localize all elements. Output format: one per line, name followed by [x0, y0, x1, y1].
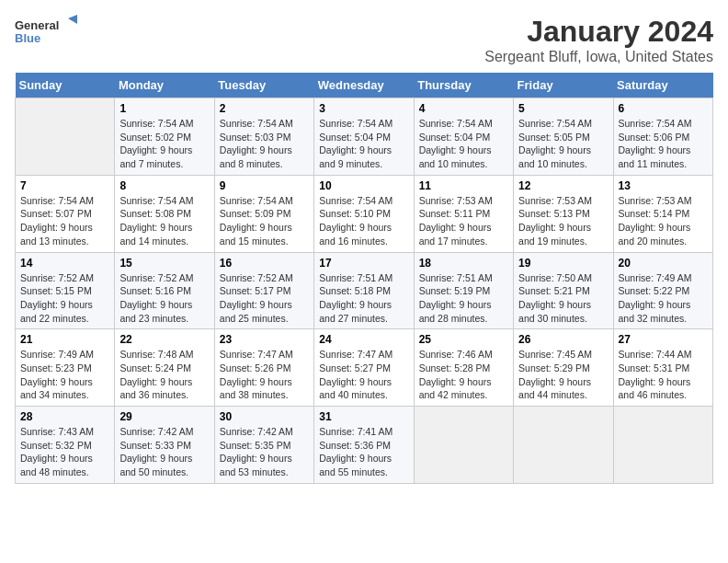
calendar-cell: 26 Sunrise: 7:45 AM Sunset: 5:29 PM Dayl… — [514, 329, 613, 407]
sunrise-text: Sunrise: 7:46 AM — [419, 349, 493, 360]
day-number: 8 — [119, 179, 209, 192]
sunset-text: Sunset: 5:17 PM — [220, 285, 291, 296]
calendar-cell: 15 Sunrise: 7:52 AM Sunset: 5:16 PM Dayl… — [115, 252, 214, 329]
daylight-text: Daylight: 9 hours and 40 minutes. — [319, 376, 392, 401]
daylight-text: Daylight: 9 hours and 48 minutes. — [20, 453, 93, 477]
day-info: Sunrise: 7:54 AM Sunset: 5:02 PM Dayligh… — [119, 117, 209, 171]
sunset-text: Sunset: 5:26 PM — [220, 362, 291, 373]
day-number: 21 — [20, 333, 109, 346]
sunrise-text: Sunrise: 7:52 AM — [119, 272, 193, 283]
daylight-text: Daylight: 9 hours and 44 minutes. — [518, 376, 591, 401]
sunset-text: Sunset: 5:21 PM — [518, 285, 590, 296]
daylight-text: Daylight: 9 hours and 42 minutes. — [419, 376, 492, 401]
daylight-text: Daylight: 9 hours and 10 minutes. — [518, 144, 591, 169]
weekday-header: Thursday — [414, 73, 513, 98]
calendar-cell: 6 Sunrise: 7:54 AM Sunset: 5:06 PM Dayli… — [613, 98, 712, 176]
day-number: 9 — [220, 179, 309, 192]
daylight-text: Daylight: 9 hours and 7 minutes. — [119, 144, 192, 169]
day-info: Sunrise: 7:45 AM Sunset: 5:29 PM Dayligh… — [518, 348, 608, 402]
sunrise-text: Sunrise: 7:54 AM — [220, 195, 293, 206]
sunrise-text: Sunrise: 7:42 AM — [119, 426, 193, 437]
sunrise-text: Sunrise: 7:53 AM — [419, 195, 493, 206]
day-number: 14 — [20, 257, 109, 270]
logo-svg: General Blue — [15, 15, 79, 52]
day-number: 4 — [419, 102, 508, 115]
sunset-text: Sunset: 5:22 PM — [619, 285, 690, 296]
day-info: Sunrise: 7:54 AM Sunset: 5:10 PM Dayligh… — [319, 194, 408, 248]
logo: General Blue — [15, 15, 79, 52]
day-info: Sunrise: 7:48 AM Sunset: 5:24 PM Dayligh… — [119, 348, 209, 402]
page-subtitle: Sergeant Bluff, Iowa, United States — [484, 49, 713, 65]
daylight-text: Daylight: 9 hours and 8 minutes. — [220, 144, 292, 169]
day-number: 5 — [518, 102, 608, 115]
calendar-cell — [16, 98, 115, 176]
calendar-week-row: 21 Sunrise: 7:49 AM Sunset: 5:23 PM Dayl… — [16, 329, 713, 407]
day-number: 15 — [119, 257, 209, 270]
sunset-text: Sunset: 5:31 PM — [619, 362, 690, 373]
calendar-week-row: 1 Sunrise: 7:54 AM Sunset: 5:02 PM Dayli… — [16, 98, 713, 176]
calendar-cell: 14 Sunrise: 7:52 AM Sunset: 5:15 PM Dayl… — [16, 252, 115, 329]
calendar-cell: 1 Sunrise: 7:54 AM Sunset: 5:02 PM Dayli… — [115, 98, 214, 176]
day-number: 6 — [619, 102, 708, 115]
calendar-cell: 4 Sunrise: 7:54 AM Sunset: 5:04 PM Dayli… — [414, 98, 513, 176]
day-number: 23 — [220, 333, 309, 346]
day-number: 16 — [220, 257, 309, 270]
sunrise-text: Sunrise: 7:53 AM — [518, 195, 592, 206]
sunset-text: Sunset: 5:07 PM — [20, 208, 92, 219]
sunset-text: Sunset: 5:18 PM — [319, 285, 391, 296]
day-number: 18 — [419, 257, 508, 270]
day-info: Sunrise: 7:51 AM Sunset: 5:19 PM Dayligh… — [419, 271, 508, 326]
daylight-text: Daylight: 9 hours and 16 minutes. — [319, 222, 392, 247]
sunrise-text: Sunrise: 7:54 AM — [518, 118, 592, 129]
sunrise-text: Sunrise: 7:52 AM — [220, 272, 293, 283]
sunrise-text: Sunrise: 7:54 AM — [220, 118, 293, 129]
daylight-text: Daylight: 9 hours and 36 minutes. — [119, 376, 192, 401]
daylight-text: Daylight: 9 hours and 38 minutes. — [220, 376, 292, 401]
day-number: 3 — [319, 102, 408, 115]
daylight-text: Daylight: 9 hours and 19 minutes. — [518, 222, 591, 247]
daylight-text: Daylight: 9 hours and 23 minutes. — [119, 299, 192, 324]
page-title: January 2024 — [484, 15, 713, 49]
daylight-text: Daylight: 9 hours and 25 minutes. — [220, 299, 292, 324]
sunrise-text: Sunrise: 7:51 AM — [419, 272, 493, 283]
day-info: Sunrise: 7:54 AM Sunset: 5:06 PM Dayligh… — [619, 117, 708, 171]
day-number: 26 — [518, 333, 608, 346]
daylight-text: Daylight: 9 hours and 28 minutes. — [419, 299, 492, 324]
sunrise-text: Sunrise: 7:54 AM — [119, 195, 193, 206]
daylight-text: Daylight: 9 hours and 55 minutes. — [319, 453, 392, 477]
header: General Blue January 2024 Sergeant Bluff… — [15, 15, 713, 65]
calendar-cell: 11 Sunrise: 7:53 AM Sunset: 5:11 PM Dayl… — [414, 175, 513, 252]
calendar-cell: 31 Sunrise: 7:41 AM Sunset: 5:36 PM Dayl… — [314, 407, 414, 484]
day-info: Sunrise: 7:54 AM Sunset: 5:03 PM Dayligh… — [220, 117, 309, 171]
daylight-text: Daylight: 9 hours and 13 minutes. — [20, 222, 93, 247]
calendar-cell: 2 Sunrise: 7:54 AM Sunset: 5:03 PM Dayli… — [214, 98, 313, 176]
daylight-text: Daylight: 9 hours and 50 minutes. — [119, 453, 192, 477]
weekday-header: Monday — [115, 73, 214, 98]
svg-marker-2 — [68, 15, 77, 24]
day-number: 11 — [419, 179, 508, 192]
calendar-cell: 20 Sunrise: 7:49 AM Sunset: 5:22 PM Dayl… — [613, 252, 712, 329]
sunset-text: Sunset: 5:06 PM — [619, 132, 690, 143]
sunrise-text: Sunrise: 7:51 AM — [319, 272, 392, 283]
weekday-header: Saturday — [613, 73, 712, 98]
day-info: Sunrise: 7:54 AM Sunset: 5:04 PM Dayligh… — [319, 117, 408, 171]
calendar-cell: 10 Sunrise: 7:54 AM Sunset: 5:10 PM Dayl… — [314, 175, 414, 252]
calendar-cell: 17 Sunrise: 7:51 AM Sunset: 5:18 PM Dayl… — [314, 252, 414, 329]
sunset-text: Sunset: 5:03 PM — [220, 132, 291, 143]
daylight-text: Daylight: 9 hours and 10 minutes. — [419, 144, 492, 169]
calendar-cell: 19 Sunrise: 7:50 AM Sunset: 5:21 PM Dayl… — [514, 252, 613, 329]
sunset-text: Sunset: 5:28 PM — [419, 362, 491, 373]
daylight-text: Daylight: 9 hours and 9 minutes. — [319, 144, 392, 169]
sunrise-text: Sunrise: 7:54 AM — [20, 195, 94, 206]
day-number: 19 — [518, 257, 608, 270]
sunset-text: Sunset: 5:15 PM — [20, 285, 92, 296]
daylight-text: Daylight: 9 hours and 53 minutes. — [220, 453, 292, 477]
day-number: 22 — [119, 333, 209, 346]
sunset-text: Sunset: 5:19 PM — [419, 285, 491, 296]
day-info: Sunrise: 7:54 AM Sunset: 5:04 PM Dayligh… — [419, 117, 508, 171]
sunset-text: Sunset: 5:04 PM — [419, 132, 491, 143]
sunset-text: Sunset: 5:36 PM — [319, 440, 391, 451]
calendar-cell: 9 Sunrise: 7:54 AM Sunset: 5:09 PM Dayli… — [214, 175, 313, 252]
calendar-cell: 18 Sunrise: 7:51 AM Sunset: 5:19 PM Dayl… — [414, 252, 513, 329]
sunset-text: Sunset: 5:09 PM — [220, 208, 291, 219]
